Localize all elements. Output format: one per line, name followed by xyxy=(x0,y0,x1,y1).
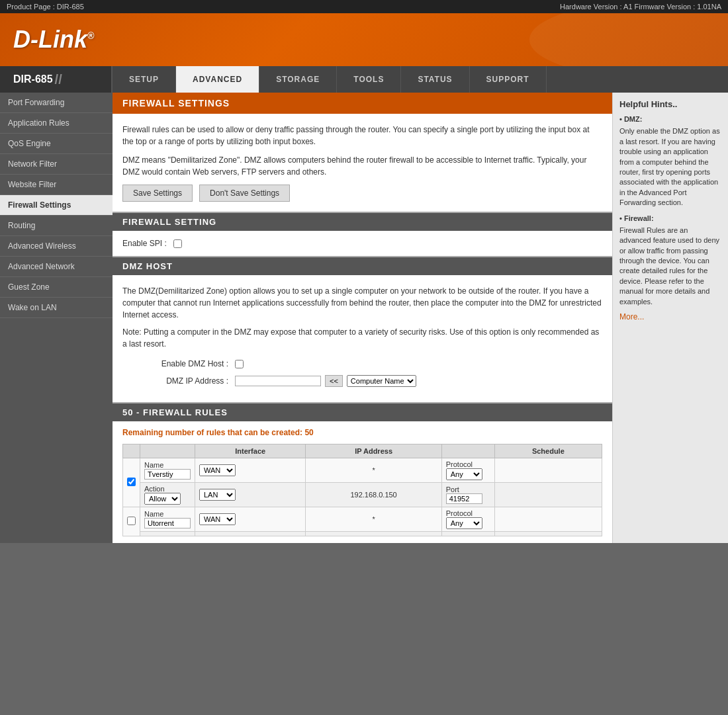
row2-port-cell xyxy=(441,532,494,536)
row1-interface-wan-cell: WAN xyxy=(195,458,306,483)
rules-remaining-number: 50 xyxy=(304,428,313,437)
sidebar-item-guest-zone[interactable]: Guest Zone xyxy=(0,277,113,298)
row2-checkbox[interactable] xyxy=(127,517,136,525)
dmz-ip-label: DMZ IP Address : xyxy=(122,375,228,387)
row1-port-label: Port xyxy=(446,485,490,493)
table-row: Action Allow LAN 192.168.0.150 xyxy=(123,483,602,507)
sidebar-item-advanced-network[interactable]: Advanced Network xyxy=(0,257,113,277)
enable-spi-checkbox[interactable] xyxy=(173,239,182,248)
row2-ip-top-cell: * xyxy=(306,507,441,532)
firewall-para1: Firewall rules can be used to allow or d… xyxy=(122,124,602,147)
row2-interface-wan-cell: WAN xyxy=(195,507,306,532)
sidebar-item-qos-engine[interactable]: QoS Engine xyxy=(0,134,113,154)
tab-support[interactable]: SUPPORT xyxy=(470,66,547,93)
rules-count: Remaining number of rules that can be cr… xyxy=(122,428,602,437)
firewall-settings-body: Firewall rules can be used to allow or d… xyxy=(113,114,612,213)
row1-check-cell xyxy=(123,458,140,507)
hint-firewall: • Firewall: Firewall Rules are an advanc… xyxy=(619,214,721,308)
dmz-host-header: DMZ HOST xyxy=(113,257,612,275)
row2-check-cell xyxy=(123,507,140,536)
tab-storage[interactable]: STORAGE xyxy=(259,66,337,93)
row2-name-input[interactable] xyxy=(144,518,191,528)
dmz-ip-input-group: << Computer Name xyxy=(235,375,416,387)
tab-tools[interactable]: TOOLS xyxy=(337,66,401,93)
col-ip: IP Address xyxy=(306,444,441,458)
dmz-ip-input[interactable] xyxy=(235,376,321,386)
tab-setup[interactable]: SETUP xyxy=(113,66,176,93)
row1-port-input[interactable] xyxy=(446,493,482,504)
row2-proto-label: Protocol xyxy=(446,509,490,517)
firewall-settings-header: FIREWALL SETTINGS xyxy=(113,93,612,114)
row1-interface-lan-cell: LAN xyxy=(195,483,306,507)
version-info: Hardware Version : A1 Firmware Version :… xyxy=(560,3,721,11)
sidebar-item-advanced-wireless[interactable]: Advanced Wireless xyxy=(0,236,113,257)
row1-action-select[interactable]: Allow xyxy=(144,493,181,505)
header: D-Link® xyxy=(0,13,728,66)
hints-title: Helpful Hints.. xyxy=(619,99,721,109)
enable-spi-label: Enable SPI : xyxy=(122,239,167,248)
row1-ip-top-cell: * xyxy=(306,458,441,483)
nav-brand: DIR-685 // xyxy=(0,66,113,93)
row2-name-label: Name xyxy=(144,510,191,518)
enable-dmz-checkbox[interactable] xyxy=(235,360,244,368)
dmz-ip-row: DMZ IP Address : << Computer Name xyxy=(122,375,602,387)
row1-name-label: Name xyxy=(144,461,191,469)
enable-dmz-label: Enable DMZ Host : xyxy=(122,358,228,370)
row2-wan-select[interactable]: WAN xyxy=(199,513,236,525)
hint-dmz-title: • DMZ: xyxy=(619,114,721,124)
top-bar: Product Page : DIR-685 Hardware Version … xyxy=(0,0,728,13)
firewall-rules-table: Interface IP Address Schedule xyxy=(122,444,602,536)
hint-firewall-title: • Firewall: xyxy=(619,214,721,224)
row1-schedule-cell xyxy=(494,458,602,483)
tab-advanced[interactable]: ADVANCED xyxy=(176,66,259,93)
row2-interface-lan2-cell xyxy=(195,532,306,536)
sidebar-item-port-forwarding[interactable]: Port Forwarding xyxy=(0,93,113,113)
row2-ip-bottom-cell xyxy=(306,532,441,536)
save-settings-button[interactable]: Save Settings xyxy=(122,185,193,202)
row1-ip-bottom-cell: 192.168.0.150 xyxy=(306,483,441,507)
row1-schedule-bottom-cell xyxy=(494,483,602,507)
main-layout: Port Forwarding Application Rules QoS En… xyxy=(0,93,728,543)
enable-spi-row: Enable SPI : xyxy=(113,231,612,257)
row1-protocol-select[interactable]: Any xyxy=(446,468,482,480)
row2-protocol-cell: Protocol Any xyxy=(441,507,494,532)
table-row: Name WAN * Protocol xyxy=(123,458,602,483)
col-interface: Interface xyxy=(195,444,306,458)
row2-protocol-select[interactable]: Any xyxy=(446,517,482,529)
dmz-cc-button[interactable]: << xyxy=(325,375,343,387)
row1-proto-label: Protocol xyxy=(446,460,490,468)
sidebar-item-application-rules[interactable]: Application Rules xyxy=(0,113,113,134)
dont-save-settings-button[interactable]: Don't Save Settings xyxy=(199,185,290,202)
row1-name-cell: Name xyxy=(140,458,195,483)
dmz-para1: The DMZ(Demilitarized Zone) option allow… xyxy=(122,285,602,321)
row1-checkbox[interactable] xyxy=(127,478,136,486)
sidebar: Port Forwarding Application Rules QoS En… xyxy=(0,93,113,543)
nav: DIR-685 // SETUP ADVANCED STORAGE TOOLS … xyxy=(0,66,728,93)
row2-name-cell: Name xyxy=(140,507,195,532)
sidebar-item-firewall-settings[interactable]: Firewall Settings xyxy=(0,195,113,216)
sidebar-item-network-filter[interactable]: Network Filter xyxy=(0,154,113,175)
col-proto xyxy=(441,444,494,458)
sidebar-item-routing[interactable]: Routing xyxy=(0,216,113,236)
product-info: Product Page : DIR-685 xyxy=(7,3,84,11)
row1-wan-select[interactable]: WAN xyxy=(199,464,236,476)
row1-lan-select[interactable]: LAN xyxy=(199,489,236,501)
hint-firewall-text: Firewall Rules are an advanced feature u… xyxy=(619,226,721,307)
row1-port-cell: Port xyxy=(441,483,494,507)
row1-name-input[interactable] xyxy=(144,469,191,480)
computer-name-select[interactable]: Computer Name xyxy=(347,375,416,387)
hint-dmz: • DMZ: Only enable the DMZ option as a l… xyxy=(619,114,721,208)
firewall-rules-body: Remaining number of rules that can be cr… xyxy=(113,421,612,543)
more-link[interactable]: More... xyxy=(619,312,721,321)
row2-schedule-bottom-cell xyxy=(494,532,602,536)
sidebar-item-website-filter[interactable]: Website Filter xyxy=(0,175,113,195)
dmz-note: Note: Putting a computer in the DMZ may … xyxy=(122,326,602,350)
sidebar-item-wake-on-lan[interactable]: Wake on LAN xyxy=(0,298,113,318)
logo: D-Link® xyxy=(13,26,94,54)
right-panel: Helpful Hints.. • DMZ: Only enable the D… xyxy=(612,93,728,543)
row1-action-label: Action xyxy=(144,485,191,493)
tab-status[interactable]: STATUS xyxy=(401,66,469,93)
firewall-setting-subheader: FIREWALL SETTING xyxy=(113,213,612,231)
table-row xyxy=(123,532,602,536)
col-check xyxy=(123,444,140,458)
